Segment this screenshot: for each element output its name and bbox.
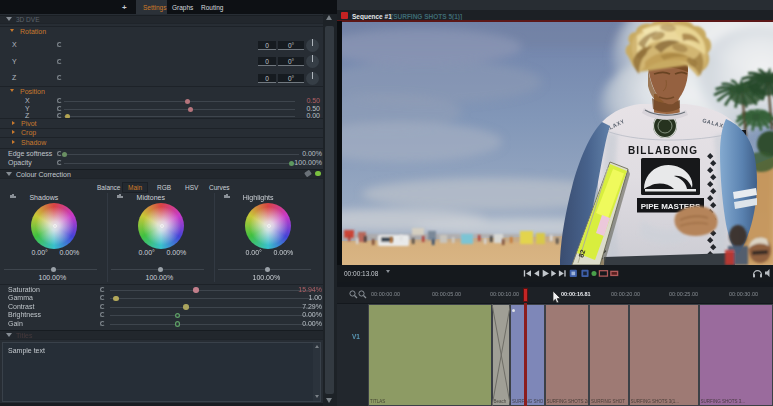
svg-text:BILLABONG: BILLABONG <box>628 145 698 156</box>
